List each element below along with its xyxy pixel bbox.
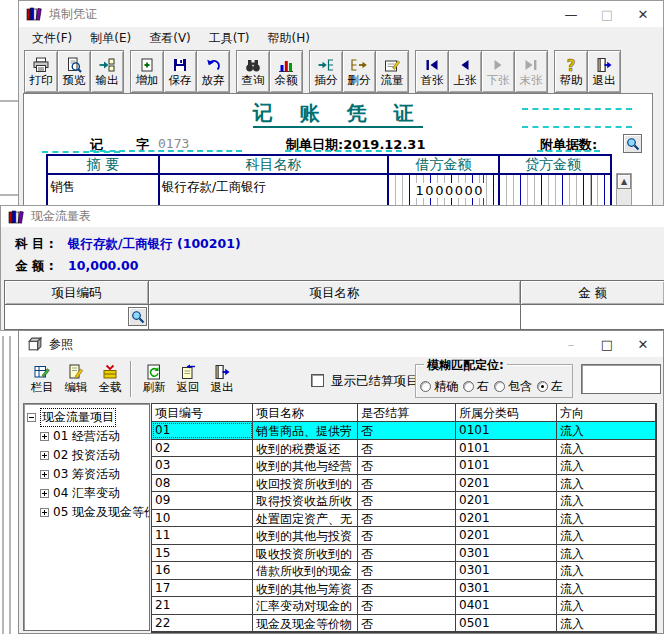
refresh-button[interactable]: 刷新 [137, 359, 171, 399]
exit-button[interactable]: 退出 [587, 50, 621, 93]
reference-table-cell[interactable]: 0101 [456, 457, 557, 474]
reference-table-row-22[interactable]: 22现金及现金等价物否0501流入 [152, 615, 656, 633]
reference-table-cell[interactable]: 15 [152, 545, 253, 562]
tree-item-0[interactable]: 01 经营活动 [40, 427, 149, 446]
save-button[interactable]: 保存 [163, 50, 197, 93]
match-option-1[interactable]: 右 [463, 378, 489, 395]
menu-item-3[interactable]: 工具(T) [200, 28, 259, 49]
scroll-up-icon[interactable]: ▲ [617, 174, 631, 189]
menu-item-2[interactable]: 查看(V) [140, 28, 200, 49]
reference-table-cell[interactable]: 0501 [456, 615, 557, 632]
reference-table-cell[interactable]: 收到的其他与投资 [253, 527, 358, 544]
reference-table-cell[interactable]: 否 [358, 492, 456, 509]
menu-item-0[interactable]: 文件(F) [23, 28, 81, 49]
reference-table-cell[interactable]: 否 [358, 475, 456, 492]
reference-table-cell[interactable]: 16 [152, 562, 253, 579]
radio-icon[interactable] [537, 381, 548, 392]
show-settled-checkbox[interactable] [311, 374, 324, 387]
reference-table-cell[interactable]: 流入 [557, 597, 656, 614]
reference-table-cell[interactable]: 0201 [456, 510, 557, 527]
delete-split-button[interactable]: 删分 [342, 50, 376, 93]
reference-table-cell[interactable]: 0101 [456, 440, 557, 457]
radio-icon[interactable] [494, 381, 505, 392]
voucher-scrollbar[interactable]: ▲ [616, 173, 632, 208]
tree-item-label[interactable]: 01 经营活动 [53, 428, 120, 445]
edit-button[interactable]: 编辑 [59, 359, 93, 399]
reference-table-cell[interactable]: 03 [152, 457, 253, 474]
expand-icon[interactable] [40, 470, 49, 479]
expand-icon[interactable] [40, 451, 49, 460]
tree-root[interactable]: 现金流量项目 [27, 408, 149, 427]
reference-table-cell[interactable]: 流入 [557, 580, 656, 597]
query-button[interactable]: 查询 [236, 50, 270, 93]
reference-table-cell[interactable]: 否 [358, 615, 456, 632]
match-option-2[interactable]: 包含 [494, 378, 532, 395]
columns-button[interactable]: 栏目 [25, 359, 59, 399]
reference-table-cell[interactable]: 流入 [557, 562, 656, 579]
reference-table-cell[interactable]: 09 [152, 492, 253, 509]
reference-table-row-03[interactable]: 03收到的其他与经营否0101流入 [152, 457, 656, 475]
reference-table-row-01[interactable]: 01销售商品、提供劳否0101流入 [152, 422, 656, 440]
tree-item-1[interactable]: 02 投资活动 [40, 446, 149, 465]
tree-item-label[interactable]: 03 筹资活动 [53, 466, 120, 483]
reference-table-row-21[interactable]: 21汇率变动对现金的否0401流入 [152, 597, 656, 615]
reference-table-cell[interactable]: 借款所收到的现金 [253, 562, 358, 579]
preview-button[interactable]: 预览 [57, 50, 91, 93]
credit-amount-cell[interactable] [500, 175, 606, 201]
item-code-cell[interactable] [4, 305, 149, 330]
reference-table-cell[interactable]: 处置固定资产、无 [253, 510, 358, 527]
reference-table-cell[interactable]: 否 [358, 562, 456, 579]
reference-table-cell[interactable]: 流入 [557, 492, 656, 509]
reference-table-cell[interactable]: 0201 [456, 475, 557, 492]
reference-table-cell[interactable]: 收回投资所收到的 [253, 475, 358, 492]
reference-table-cell[interactable]: 吸收投资所收到的 [253, 545, 358, 562]
reference-table-cell[interactable]: 10 [152, 510, 253, 527]
voucher-number[interactable]: 0173 [158, 136, 189, 151]
maximize-icon[interactable]: □ [589, 1, 625, 27]
tree-item-label[interactable]: 02 投资活动 [53, 447, 120, 464]
reference-table-cell[interactable]: 收到的税费返还 [253, 440, 358, 457]
reference-table-cell[interactable]: 收到的其他与经营 [253, 457, 358, 474]
reference-table-cell[interactable]: 11 [152, 527, 253, 544]
reference-table-cell[interactable]: 否 [358, 580, 456, 597]
reference-table-cell[interactable]: 22 [152, 615, 253, 632]
reference-table-cell[interactable]: 否 [358, 597, 456, 614]
item-name-cell[interactable] [148, 305, 521, 330]
balance-button[interactable]: 余额 [269, 50, 303, 93]
reference-table-cell[interactable]: 汇率变动对现金的 [253, 597, 358, 614]
reference-table-cell[interactable]: 流入 [557, 615, 656, 632]
expand-icon[interactable] [40, 489, 49, 498]
reference-table-cell[interactable]: 流入 [557, 545, 656, 562]
minimize-icon[interactable]: – [553, 331, 589, 357]
reference-table-cell[interactable]: 08 [152, 475, 253, 492]
collapse-icon[interactable] [27, 413, 36, 422]
item-lookup-button[interactable] [128, 307, 147, 326]
reference-table-row-02[interactable]: 02收到的税费返还否0101流入 [152, 440, 656, 458]
expand-icon[interactable] [40, 508, 49, 517]
expand-icon[interactable] [40, 432, 49, 441]
tree-item-3[interactable]: 04 汇率变动 [40, 484, 149, 503]
close-icon[interactable]: ✕ [625, 331, 661, 357]
reference-table-row-16[interactable]: 16借款所收到的现金否0301流入 [152, 562, 656, 580]
summary-cell[interactable]: 销售 [48, 175, 160, 201]
reference-table-cell[interactable]: 流入 [557, 475, 656, 492]
close-icon[interactable]: ✕ [625, 1, 661, 27]
tree-root-label[interactable]: 现金流量项目 [40, 408, 116, 427]
reference-table-cell[interactable]: 0301 [456, 545, 557, 562]
reference-table-cell[interactable]: 01 [152, 422, 253, 439]
reference-table-row-09[interactable]: 09取得投资收益所收否0201流入 [152, 492, 656, 510]
match-option-0[interactable]: 精确 [420, 378, 458, 395]
reference-table-cell[interactable]: 0301 [456, 580, 557, 597]
tree-item-4[interactable]: 05 现金及现金等价 [40, 503, 149, 522]
minimize-icon[interactable]: — [553, 1, 589, 27]
menu-item-1[interactable]: 制单(E) [81, 28, 140, 49]
tree-item-label[interactable]: 05 现金及现金等价 [53, 504, 150, 521]
reference-table-cell[interactable]: 取得投资收益所收 [253, 492, 358, 509]
reference-table-cell[interactable]: 流入 [557, 527, 656, 544]
debit-amount-cell[interactable]: 1000000 [389, 175, 500, 201]
reference-table-cell[interactable]: 流入 [557, 457, 656, 474]
radio-icon[interactable] [463, 381, 474, 392]
reference-table-cell[interactable]: 0201 [456, 492, 557, 509]
reference-table-row-15[interactable]: 15吸收投资所收到的否0301流入 [152, 545, 656, 563]
reference-table-cell[interactable]: 否 [358, 422, 456, 439]
